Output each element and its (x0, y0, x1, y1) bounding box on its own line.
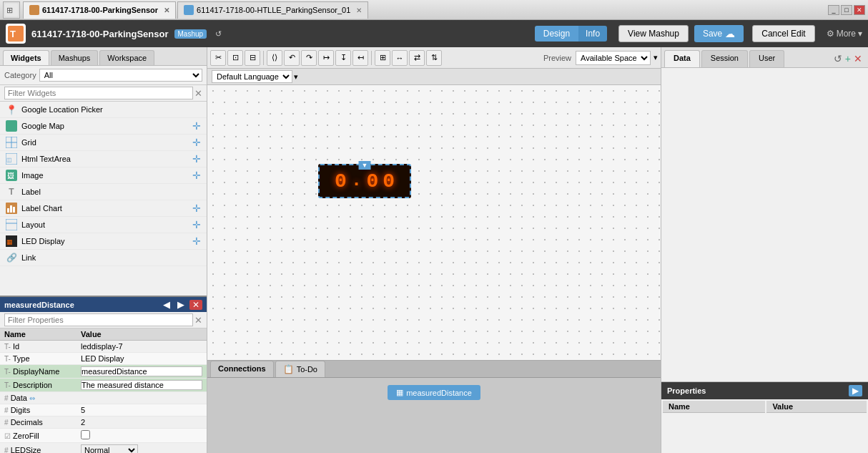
props-back-btn[interactable]: ◀ (161, 299, 172, 310)
widget-image[interactable]: 🖼 Image ✛ (0, 167, 207, 184)
widget-drag-html[interactable]: ✛ (192, 153, 201, 165)
props-forward-btn[interactable]: ▶ (175, 299, 187, 310)
filter-clear-btn[interactable]: ✕ (194, 88, 202, 99)
table-row-displayname: T- DisplayName (0, 365, 207, 379)
props-filter-input[interactable] (4, 313, 193, 326)
toolbar-align-left-btn[interactable]: ⟨⟩ (267, 50, 282, 66)
toolbar-cut-btn[interactable]: ✂ (210, 50, 226, 66)
tab-data[interactable]: Data (664, 50, 700, 67)
more-btn[interactable]: ⚙ More ▾ (827, 29, 862, 39)
widget-drag-led[interactable]: ✛ (192, 235, 201, 247)
toolbar-align-top-btn[interactable]: ↷ (301, 50, 317, 66)
led-widget-inner: 0 . 0 0 (335, 170, 395, 193)
language-row: Default Language ▾ (207, 69, 661, 85)
prop-input-displayname[interactable] (81, 366, 202, 376)
right-bottom: Properties ▶ Name Value (661, 381, 868, 453)
tab-2-close[interactable]: ✕ (356, 6, 362, 14)
refresh-btn[interactable]: ↺ (212, 28, 225, 40)
close-btn[interactable]: ✕ (854, 5, 865, 15)
widget-drag-map[interactable]: ✛ (192, 120, 201, 132)
right-col-name: Name (663, 401, 765, 413)
widget-led-display[interactable]: ▦ LED Display ✛ (0, 233, 207, 250)
title-bar: ⊞ 611417-1718-00-ParkingSensor ✕ 611417-… (0, 0, 868, 20)
language-select[interactable]: Default Language (212, 70, 292, 83)
tab-mashups[interactable]: Mashups (51, 50, 99, 65)
tab-session[interactable]: Session (701, 50, 748, 67)
cancel-btn[interactable]: Cancel Edit (752, 25, 814, 42)
widget-drag-layout[interactable]: ✛ (192, 219, 201, 230)
widget-layout[interactable]: Layout ✛ (0, 217, 207, 233)
tab-2[interactable]: 611417-1718-00-HTLLE_ParkingSensor_01 ✕ (177, 1, 368, 19)
led-display-widget[interactable]: ▼ 0 . 0 0 (318, 164, 411, 198)
toolbar-same-wh-btn[interactable]: ⇅ (426, 50, 442, 66)
props-close-btn[interactable]: ✕ (189, 300, 202, 310)
toolbar-align-bottom-btn[interactable]: ↦ (318, 50, 334, 66)
properties-header: measuredDistance ◀ ▶ ✕ (0, 297, 207, 312)
toolbar-same-h-btn[interactable]: ⇄ (409, 50, 425, 66)
info-btn[interactable]: Info (578, 26, 607, 42)
prop-type-ledsize: # (4, 447, 9, 453)
tab-widgets[interactable]: Widgets (3, 50, 49, 65)
tab-user[interactable]: User (749, 50, 784, 67)
props-col-name: Name (0, 328, 77, 341)
tab-connections[interactable]: Connections (210, 361, 274, 377)
widget-drag-grid[interactable]: ✛ (192, 137, 201, 148)
widget-drag-image[interactable]: ✛ (192, 170, 201, 181)
toolbar-paste-btn[interactable]: ⊟ (245, 50, 260, 66)
widget-icon-link: 🔗 (6, 252, 17, 263)
tab-todo[interactable]: 📋 To-Do (275, 361, 325, 377)
user-tab-label: User (759, 54, 775, 62)
widget-grid[interactable]: Grid ✛ (0, 135, 207, 151)
table-row: T- Type LED Display (0, 353, 207, 365)
prop-input-description[interactable] (81, 380, 202, 390)
led-select-handle[interactable]: ▼ (359, 161, 371, 170)
data-tab-label: Data (674, 54, 691, 62)
prop-select-ledsize[interactable]: Normal (81, 444, 138, 453)
toolbar-same-w-btn[interactable]: ↔ (392, 50, 408, 66)
canvas-area[interactable]: ▼ 0 . 0 0 (207, 85, 661, 360)
props-filter-row: ✕ (0, 312, 207, 328)
toolbar-dist-h-btn[interactable]: ↧ (335, 50, 351, 66)
right-tab-icons: ↺ + ✕ (831, 50, 865, 67)
right-tabs: Data Session User ↺ + ✕ (661, 47, 868, 68)
widget-link[interactable]: 🔗 Link (0, 250, 207, 266)
widget-name-html: Html TextArea (21, 155, 188, 163)
preview-select[interactable]: Available Space (576, 51, 651, 65)
right-close-btn[interactable]: ✕ (854, 53, 862, 64)
tab-1-close[interactable]: ✕ (164, 6, 169, 14)
led-digit-2: 0 (366, 170, 378, 193)
todo-label: To-Do (297, 365, 317, 374)
todo-icon: 📋 (283, 364, 294, 374)
props-filter-clear[interactable]: ✕ (194, 315, 202, 326)
toolbar-copy-btn[interactable]: ⊡ (227, 50, 243, 66)
widget-label-chart[interactable]: Label Chart ✛ (0, 200, 207, 217)
right-refresh-btn[interactable]: ↺ (834, 53, 842, 64)
minimize-btn[interactable]: _ (828, 5, 839, 15)
tab-1[interactable]: 611417-1718-00-ParkingSensor ✕ (23, 1, 176, 19)
bottom-panel: Connections 📋 To-Do ▦ measuredDistance (207, 360, 661, 453)
save-btn[interactable]: Save ☁ (694, 25, 744, 42)
widget-icon-grid (6, 137, 17, 148)
browser-tabs: 611417-1718-00-ParkingSensor ✕ 611417-17… (23, 1, 368, 19)
toolbar-dist-v-btn[interactable]: ↤ (352, 50, 368, 66)
toolbar-align-right-btn[interactable]: ↶ (284, 50, 300, 66)
category-select[interactable]: All (39, 69, 202, 82)
maximize-btn[interactable]: □ (841, 5, 852, 15)
design-btn[interactable]: Design (535, 26, 578, 42)
right-props-arrow-btn[interactable]: ▶ (849, 385, 862, 396)
tab-1-label: 611417-1718-00-ParkingSensor (42, 6, 158, 14)
prop-checkbox-zerofill[interactable] (81, 430, 90, 439)
prop-name-zerofill: ZeroFill (13, 432, 39, 440)
tab-workspace[interactable]: Workspace (99, 50, 154, 65)
widget-google-map[interactable]: Google Map ✛ (0, 118, 207, 135)
toolbar-grid-btn[interactable]: ⊞ (375, 50, 390, 66)
view-mashup-btn[interactable]: View Mashup (618, 25, 689, 42)
widget-html-textarea[interactable]: ◫ Html TextArea ✛ (0, 151, 207, 167)
session-tab-label: Session (711, 54, 739, 62)
right-add-btn[interactable]: + (845, 53, 851, 64)
widget-google-location-picker[interactable]: 📍 Google Location Picker (0, 102, 207, 118)
widget-label[interactable]: T Label (0, 184, 207, 200)
prop-type-zerofill: ☑ (4, 432, 11, 440)
widget-drag-chart[interactable]: ✛ (192, 203, 201, 214)
filter-widgets-input[interactable] (4, 87, 193, 99)
